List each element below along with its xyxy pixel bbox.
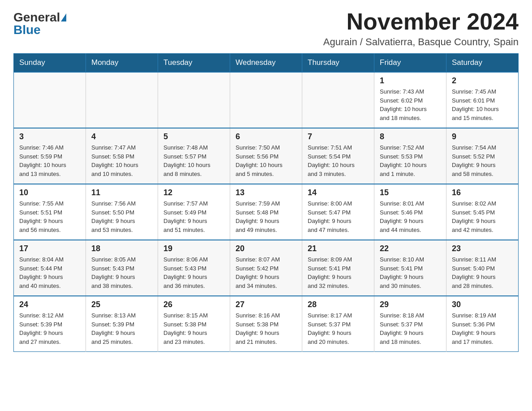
day-info: Sunrise: 8:19 AMSunset: 5:36 PMDaylight:…: [452, 311, 513, 346]
day-info: Sunrise: 7:55 AMSunset: 5:51 PMDaylight:…: [19, 199, 80, 234]
day-info: Sunrise: 8:01 AMSunset: 5:46 PMDaylight:…: [380, 199, 441, 234]
day-cell: 14Sunrise: 8:00 AMSunset: 5:47 PMDayligh…: [302, 184, 374, 240]
day-cell: 22Sunrise: 8:10 AMSunset: 5:41 PMDayligh…: [374, 240, 446, 296]
header-friday: Friday: [374, 54, 446, 73]
day-cell: 25Sunrise: 8:13 AMSunset: 5:39 PMDayligh…: [86, 296, 158, 352]
day-info: Sunrise: 8:15 AMSunset: 5:38 PMDaylight:…: [163, 311, 224, 346]
week-row-1: 1Sunrise: 7:43 AMSunset: 6:02 PMDaylight…: [14, 72, 519, 128]
day-info: Sunrise: 7:54 AMSunset: 5:52 PMDaylight:…: [452, 143, 513, 178]
header-sunday: Sunday: [14, 54, 86, 73]
day-number: 20: [236, 244, 296, 253]
day-cell: 8Sunrise: 7:52 AMSunset: 5:53 PMDaylight…: [374, 128, 446, 184]
day-cell: 15Sunrise: 8:01 AMSunset: 5:46 PMDayligh…: [374, 184, 446, 240]
logo: General Blue: [13, 9, 66, 36]
day-info: Sunrise: 7:43 AMSunset: 6:02 PMDaylight:…: [380, 87, 441, 122]
day-number: 16: [452, 188, 513, 197]
day-info: Sunrise: 8:05 AMSunset: 5:43 PMDaylight:…: [91, 255, 152, 290]
day-info: Sunrise: 7:51 AMSunset: 5:54 PMDaylight:…: [308, 143, 369, 178]
day-cell: 2Sunrise: 7:45 AMSunset: 6:01 PMDaylight…: [446, 72, 519, 128]
day-cell: 26Sunrise: 8:15 AMSunset: 5:38 PMDayligh…: [158, 296, 230, 352]
day-info: Sunrise: 8:00 AMSunset: 5:47 PMDaylight:…: [308, 199, 369, 234]
logo-triangle-icon: [61, 13, 66, 21]
day-number: 11: [91, 188, 152, 197]
day-cell: 5Sunrise: 7:48 AMSunset: 5:57 PMDaylight…: [158, 128, 230, 184]
day-number: 3: [19, 132, 80, 141]
day-number: 23: [452, 244, 513, 253]
day-number: 25: [91, 300, 152, 309]
day-number: 19: [163, 244, 224, 253]
logo-general-text: General: [13, 11, 60, 24]
day-number: 2: [452, 76, 513, 86]
day-cell: 7Sunrise: 7:51 AMSunset: 5:54 PMDaylight…: [302, 128, 374, 184]
day-cell: 3Sunrise: 7:46 AMSunset: 5:59 PMDaylight…: [14, 128, 86, 184]
day-cell: 23Sunrise: 8:11 AMSunset: 5:40 PMDayligh…: [446, 240, 519, 296]
day-info: Sunrise: 8:17 AMSunset: 5:37 PMDaylight:…: [308, 311, 369, 346]
day-cell: [230, 72, 302, 128]
calendar-title: November 2024: [323, 9, 519, 34]
day-cell: 19Sunrise: 8:06 AMSunset: 5:43 PMDayligh…: [158, 240, 230, 296]
title-block: November 2024 Agurain / Salvatierra, Bas…: [323, 9, 519, 48]
day-number: 14: [308, 188, 369, 197]
day-cell: 27Sunrise: 8:16 AMSunset: 5:38 PMDayligh…: [230, 296, 302, 352]
day-cell: 29Sunrise: 8:18 AMSunset: 5:37 PMDayligh…: [374, 296, 446, 352]
day-number: 10: [19, 188, 80, 197]
calendar-table: SundayMondayTuesdayWednesdayThursdayFrid…: [13, 53, 519, 352]
day-cell: [86, 72, 158, 128]
day-number: 8: [380, 132, 441, 141]
week-row-3: 10Sunrise: 7:55 AMSunset: 5:51 PMDayligh…: [14, 184, 519, 240]
day-info: Sunrise: 8:04 AMSunset: 5:44 PMDaylight:…: [19, 255, 80, 290]
day-number: 6: [236, 132, 296, 141]
day-cell: 18Sunrise: 8:05 AMSunset: 5:43 PMDayligh…: [86, 240, 158, 296]
day-number: 28: [308, 300, 369, 309]
day-cell: 10Sunrise: 7:55 AMSunset: 5:51 PMDayligh…: [14, 184, 86, 240]
day-number: 24: [19, 300, 80, 309]
day-number: 4: [91, 132, 152, 141]
day-info: Sunrise: 8:06 AMSunset: 5:43 PMDaylight:…: [163, 255, 224, 290]
day-number: 29: [380, 300, 441, 309]
day-cell: 13Sunrise: 7:59 AMSunset: 5:48 PMDayligh…: [230, 184, 302, 240]
day-number: 5: [163, 132, 224, 141]
logo-blue-text: Blue: [13, 24, 41, 36]
week-row-2: 3Sunrise: 7:46 AMSunset: 5:59 PMDaylight…: [14, 128, 519, 184]
day-cell: 9Sunrise: 7:54 AMSunset: 5:52 PMDaylight…: [446, 128, 519, 184]
day-info: Sunrise: 8:11 AMSunset: 5:40 PMDaylight:…: [452, 255, 513, 290]
day-cell: 28Sunrise: 8:17 AMSunset: 5:37 PMDayligh…: [302, 296, 374, 352]
day-info: Sunrise: 8:07 AMSunset: 5:42 PMDaylight:…: [236, 255, 296, 290]
day-number: 18: [91, 244, 152, 253]
day-info: Sunrise: 7:59 AMSunset: 5:48 PMDaylight:…: [236, 199, 296, 234]
day-cell: [14, 72, 86, 128]
day-info: Sunrise: 7:50 AMSunset: 5:56 PMDaylight:…: [236, 143, 296, 178]
day-cell: [302, 72, 374, 128]
day-info: Sunrise: 8:12 AMSunset: 5:39 PMDaylight:…: [19, 311, 80, 346]
day-number: 26: [163, 300, 224, 309]
calendar-subtitle: Agurain / Salvatierra, Basque Country, S…: [323, 36, 519, 48]
day-number: 22: [380, 244, 441, 253]
day-info: Sunrise: 7:47 AMSunset: 5:58 PMDaylight:…: [91, 143, 152, 178]
day-info: Sunrise: 8:13 AMSunset: 5:39 PMDaylight:…: [91, 311, 152, 346]
day-cell: 1Sunrise: 7:43 AMSunset: 6:02 PMDaylight…: [374, 72, 446, 128]
day-cell: 11Sunrise: 7:56 AMSunset: 5:50 PMDayligh…: [86, 184, 158, 240]
day-cell: 21Sunrise: 8:09 AMSunset: 5:41 PMDayligh…: [302, 240, 374, 296]
day-info: Sunrise: 8:09 AMSunset: 5:41 PMDaylight:…: [308, 255, 369, 290]
header-saturday: Saturday: [446, 54, 519, 73]
header-wednesday: Wednesday: [230, 54, 302, 73]
day-number: 27: [236, 300, 296, 309]
calendar-header-row: SundayMondayTuesdayWednesdayThursdayFrid…: [14, 54, 519, 73]
day-number: 7: [308, 132, 369, 141]
day-cell: 12Sunrise: 7:57 AMSunset: 5:49 PMDayligh…: [158, 184, 230, 240]
day-info: Sunrise: 7:52 AMSunset: 5:53 PMDaylight:…: [380, 143, 441, 178]
day-cell: 24Sunrise: 8:12 AMSunset: 5:39 PMDayligh…: [14, 296, 86, 352]
day-info: Sunrise: 8:18 AMSunset: 5:37 PMDaylight:…: [380, 311, 441, 346]
day-info: Sunrise: 8:16 AMSunset: 5:38 PMDaylight:…: [236, 311, 296, 346]
day-number: 21: [308, 244, 369, 253]
week-row-5: 24Sunrise: 8:12 AMSunset: 5:39 PMDayligh…: [14, 296, 519, 352]
header-tuesday: Tuesday: [158, 54, 230, 73]
day-number: 9: [452, 132, 513, 141]
day-number: 12: [163, 188, 224, 197]
day-cell: 17Sunrise: 8:04 AMSunset: 5:44 PMDayligh…: [14, 240, 86, 296]
day-cell: 6Sunrise: 7:50 AMSunset: 5:56 PMDaylight…: [230, 128, 302, 184]
week-row-4: 17Sunrise: 8:04 AMSunset: 5:44 PMDayligh…: [14, 240, 519, 296]
day-info: Sunrise: 7:45 AMSunset: 6:01 PMDaylight:…: [452, 87, 513, 122]
page-header: General Blue November 2024 Agurain / Sal…: [13, 9, 519, 48]
day-number: 13: [236, 188, 296, 197]
